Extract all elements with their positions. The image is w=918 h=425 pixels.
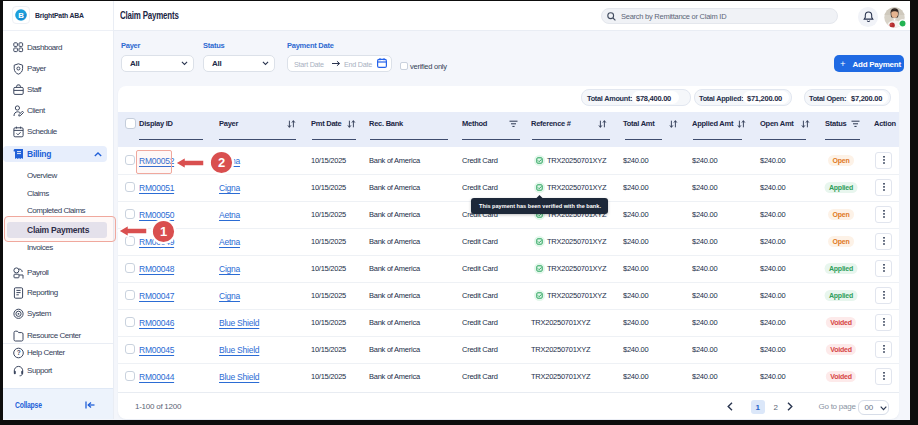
svg-text:1: 1 bbox=[160, 224, 167, 239]
svg-text:2: 2 bbox=[218, 155, 225, 170]
svg-text:?: ? bbox=[16, 349, 20, 356]
svg-text:B: B bbox=[18, 11, 24, 20]
